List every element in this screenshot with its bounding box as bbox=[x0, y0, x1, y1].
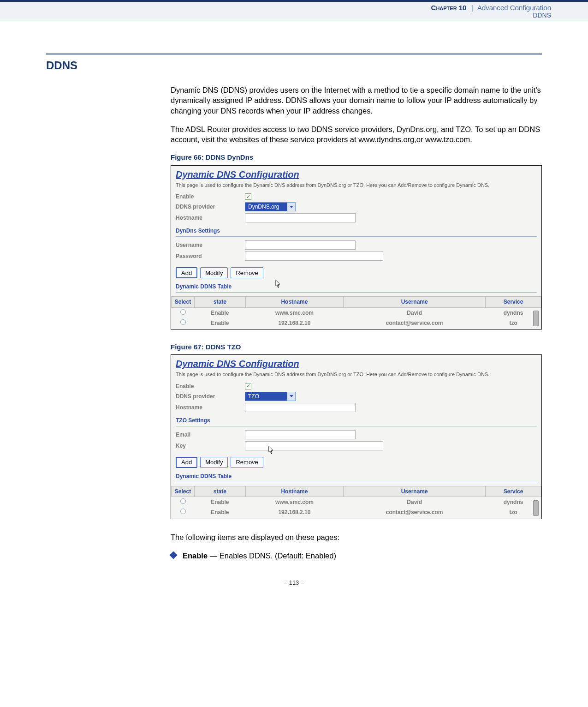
intro-paragraph-1: Dynamic DNS (DDNS) provides users on the… bbox=[171, 85, 542, 116]
figure-66-caption: Figure 66: DDNS DynDns bbox=[171, 153, 542, 162]
cell-username: contact@service.com bbox=[344, 318, 486, 328]
diamond-bullet-icon bbox=[170, 551, 178, 559]
cell-username: David bbox=[344, 307, 486, 318]
enable-label: Enable bbox=[176, 193, 245, 200]
cell-hostname: 192.168.2.10 bbox=[245, 318, 344, 328]
cell-hostname: 192.168.2.10 bbox=[245, 507, 344, 517]
chapter-title: Advanced Configuration bbox=[477, 4, 551, 12]
cell-hostname: www.smc.com bbox=[245, 307, 344, 318]
table-rule bbox=[176, 292, 537, 293]
items-intro: The following items are displayed on the… bbox=[171, 532, 542, 542]
enable-checkbox[interactable]: ✓ bbox=[245, 383, 251, 389]
th-username: Username bbox=[344, 297, 486, 307]
email-label: Email bbox=[176, 431, 245, 438]
cell-state: Enable bbox=[195, 307, 246, 318]
enable-label: Enable bbox=[176, 383, 245, 390]
ddns-table: Select state Hostname Username Service E… bbox=[171, 486, 541, 518]
th-hostname: Hostname bbox=[245, 486, 344, 497]
header-divider: | bbox=[471, 4, 473, 12]
table-row: Enable 192.168.2.10 contact@service.com … bbox=[172, 318, 541, 328]
cell-state: Enable bbox=[195, 497, 246, 508]
cell-username: David bbox=[344, 497, 486, 508]
cell-hostname: www.smc.com bbox=[245, 497, 344, 508]
chevron-down-icon bbox=[287, 203, 295, 211]
provider-select[interactable]: TZO bbox=[245, 392, 296, 401]
username-label: Username bbox=[176, 241, 245, 249]
row-radio[interactable] bbox=[180, 498, 186, 504]
provider-value: DynDNS.org bbox=[248, 203, 279, 210]
chevron-down-icon bbox=[287, 392, 295, 401]
modify-button[interactable]: Modify bbox=[200, 457, 228, 468]
page-header: Chapter 10 | Advanced Configuration DDNS bbox=[0, 2, 588, 21]
th-state: state bbox=[195, 297, 246, 307]
provider-label: DDNS provider bbox=[176, 393, 245, 400]
hostname-input[interactable] bbox=[245, 403, 356, 412]
cell-username: contact@service.com bbox=[344, 507, 486, 517]
tzo-settings-heading: TZO Settings bbox=[176, 417, 537, 425]
row-radio[interactable] bbox=[180, 509, 186, 514]
section-heading: DDNS bbox=[46, 59, 542, 72]
panel-description: This page is used to configure the Dynam… bbox=[176, 371, 537, 377]
hostname-input[interactable] bbox=[245, 213, 356, 222]
bullet-item: Enable — Enables DDNS. (Default: Enabled… bbox=[171, 551, 542, 561]
th-state: state bbox=[195, 486, 246, 497]
header-subsection: DDNS bbox=[0, 12, 551, 19]
row-radio[interactable] bbox=[180, 309, 186, 315]
panel-title: Dynamic DNS Configuration bbox=[176, 168, 537, 181]
add-button[interactable]: Add bbox=[176, 267, 197, 278]
ddns-table: Select state Hostname Username Service E… bbox=[171, 296, 541, 328]
remove-button[interactable]: Remove bbox=[231, 267, 263, 278]
key-input[interactable] bbox=[245, 441, 383, 450]
provider-label: DDNS provider bbox=[176, 203, 245, 210]
figure-67-screenshot: Dynamic DNS Configuration This page is u… bbox=[171, 354, 542, 519]
panel-description: This page is used to configure the Dynam… bbox=[176, 182, 537, 188]
scrollbar-thumb[interactable] bbox=[533, 500, 539, 516]
cell-state: Enable bbox=[195, 318, 246, 328]
dyndns-settings-heading: DynDns Settings bbox=[176, 227, 537, 235]
provider-select[interactable]: DynDNS.org bbox=[245, 202, 296, 211]
bullet-desc: — Enables DDNS. (Default: Enabled) bbox=[208, 551, 336, 560]
panel-title: Dynamic DNS Configuration bbox=[176, 358, 537, 370]
email-input[interactable] bbox=[245, 430, 356, 439]
key-label: Key bbox=[176, 442, 245, 449]
table-row: Enable www.smc.com David dyndns bbox=[172, 307, 541, 318]
username-input[interactable] bbox=[245, 240, 356, 250]
password-label: Password bbox=[176, 252, 245, 260]
table-row: Enable 192.168.2.10 contact@service.com … bbox=[172, 507, 541, 517]
th-service: Service bbox=[486, 297, 541, 307]
section-rule bbox=[46, 54, 542, 54]
hostname-label: Hostname bbox=[176, 214, 245, 222]
provider-value: TZO bbox=[248, 393, 259, 400]
table-row: Enable www.smc.com David dyndns bbox=[172, 497, 541, 508]
figure-66-screenshot: Dynamic DNS Configuration This page is u… bbox=[171, 165, 542, 330]
page-number: – 113 – bbox=[46, 579, 542, 586]
th-select: Select bbox=[172, 297, 195, 307]
th-select: Select bbox=[172, 486, 195, 497]
cell-state: Enable bbox=[195, 507, 246, 517]
password-input[interactable] bbox=[245, 252, 383, 261]
th-service: Service bbox=[486, 486, 541, 497]
bullet-text: Enable — Enables DDNS. (Default: Enabled… bbox=[183, 551, 336, 561]
th-hostname: Hostname bbox=[245, 297, 344, 307]
ddns-table-heading: Dynamic DDNS Table bbox=[176, 473, 537, 481]
settings-rule bbox=[176, 426, 537, 426]
bullet-label: Enable bbox=[183, 551, 208, 560]
scrollbar-thumb[interactable] bbox=[533, 311, 539, 326]
hostname-label: Hostname bbox=[176, 404, 245, 411]
figure-67-caption: Figure 67: DDNS TZO bbox=[171, 342, 542, 352]
row-radio[interactable] bbox=[180, 319, 186, 325]
modify-button[interactable]: Modify bbox=[200, 267, 228, 278]
table-rule bbox=[176, 482, 537, 482]
add-button[interactable]: Add bbox=[176, 457, 197, 468]
remove-button[interactable]: Remove bbox=[231, 457, 263, 468]
th-username: Username bbox=[344, 486, 486, 497]
settings-rule bbox=[176, 236, 537, 237]
enable-checkbox[interactable]: ✓ bbox=[245, 193, 251, 200]
ddns-table-heading: Dynamic DDNS Table bbox=[176, 283, 537, 291]
chapter-label: Chapter 10 bbox=[431, 4, 467, 12]
intro-paragraph-2: The ADSL Router provides access to two D… bbox=[171, 124, 542, 145]
